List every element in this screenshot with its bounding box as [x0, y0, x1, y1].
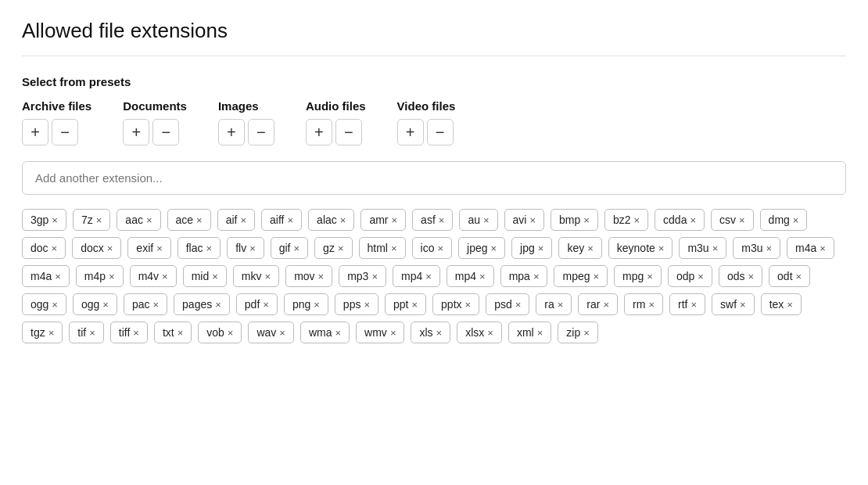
archive-add-button[interactable]: + — [22, 119, 48, 146]
tag-remove-button[interactable]: × — [465, 299, 472, 311]
tag-remove-button[interactable]: × — [425, 271, 432, 282]
audio-add-button[interactable]: + — [306, 119, 332, 146]
tag-remove-button[interactable]: × — [587, 242, 594, 254]
tag-remove-button[interactable]: × — [240, 214, 246, 226]
tag-label: 3gp — [30, 214, 48, 226]
tag-remove-button[interactable]: × — [249, 242, 256, 254]
tag-remove-button[interactable]: × — [263, 299, 269, 311]
tag-remove-button[interactable]: × — [89, 327, 95, 339]
video-add-button[interactable]: + — [397, 119, 424, 146]
tag-remove-button[interactable]: × — [766, 242, 772, 254]
tag-remove-button[interactable]: × — [633, 214, 640, 226]
tag-item: tgz× — [22, 322, 63, 343]
tag-remove-button[interactable]: × — [690, 214, 696, 226]
tag-remove-button[interactable]: × — [483, 214, 490, 226]
tag-item: au× — [459, 209, 497, 231]
tag-remove-button[interactable]: × — [698, 271, 704, 282]
tag-remove-button[interactable]: × — [491, 242, 497, 254]
documents-add-button[interactable]: + — [123, 119, 149, 146]
tag-remove-button[interactable]: × — [133, 327, 139, 339]
tag-remove-button[interactable]: × — [437, 242, 443, 254]
tag-remove-button[interactable]: × — [793, 214, 799, 226]
tag-item: rtf× — [669, 293, 705, 315]
tag-remove-button[interactable]: × — [515, 299, 522, 311]
tag-remove-button[interactable]: × — [371, 271, 378, 282]
tag-remove-button[interactable]: × — [340, 214, 346, 226]
tag-remove-button[interactable]: × — [658, 242, 665, 254]
tag-label: xlsx — [465, 326, 484, 339]
tag-remove-button[interactable]: × — [109, 271, 115, 282]
tag-remove-button[interactable]: × — [314, 299, 320, 311]
tag-item: tex× — [761, 293, 802, 315]
tag-remove-button[interactable]: × — [648, 299, 655, 311]
tag-remove-button[interactable]: × — [318, 271, 325, 282]
audio-remove-button[interactable]: − — [335, 119, 362, 146]
tag-remove-button[interactable]: × — [796, 271, 802, 282]
tag-remove-button[interactable]: × — [206, 242, 213, 254]
tag-remove-button[interactable]: × — [178, 327, 184, 339]
tag-remove-button[interactable]: × — [537, 327, 543, 339]
tag-remove-button[interactable]: × — [787, 299, 793, 311]
tag-remove-button[interactable]: × — [212, 271, 218, 282]
tag-remove-button[interactable]: × — [479, 271, 486, 282]
tag-remove-button[interactable]: × — [107, 242, 113, 254]
tag-remove-button[interactable]: × — [740, 299, 746, 311]
tag-remove-button[interactable]: × — [690, 299, 697, 311]
tag-remove-button[interactable]: × — [391, 242, 397, 254]
tag-remove-button[interactable]: × — [739, 214, 745, 226]
tag-remove-button[interactable]: × — [279, 327, 285, 339]
tag-remove-button[interactable]: × — [583, 214, 590, 226]
tag-remove-button[interactable]: × — [265, 271, 271, 282]
tag-remove-button[interactable]: × — [487, 327, 493, 339]
tag-remove-button[interactable]: × — [390, 327, 396, 339]
tag-remove-button[interactable]: × — [196, 214, 203, 226]
tag-remove-button[interactable]: × — [436, 327, 443, 339]
tag-remove-button[interactable]: × — [52, 299, 58, 311]
tag-label: alac — [317, 214, 337, 226]
tag-remove-button[interactable]: × — [335, 327, 342, 339]
tag-remove-button[interactable]: × — [533, 271, 540, 282]
tag-remove-button[interactable]: × — [338, 242, 344, 254]
tag-remove-button[interactable]: × — [52, 214, 58, 226]
images-remove-button[interactable]: − — [248, 119, 274, 146]
tag-remove-button[interactable]: × — [558, 299, 564, 311]
tag-remove-button[interactable]: × — [748, 271, 754, 282]
images-add-button[interactable]: + — [218, 119, 245, 146]
tag-remove-button[interactable]: × — [820, 242, 826, 254]
tag-remove-button[interactable]: × — [364, 299, 370, 311]
tag-label: m4a — [795, 242, 816, 254]
tag-remove-button[interactable]: × — [288, 214, 294, 226]
tag-remove-button[interactable]: × — [392, 214, 398, 226]
tag-remove-button[interactable]: × — [48, 327, 55, 339]
documents-remove-button[interactable]: − — [152, 119, 179, 146]
tag-remove-button[interactable]: × — [96, 214, 102, 226]
tag-remove-button[interactable]: × — [603, 299, 609, 311]
tag-remove-button[interactable]: × — [583, 327, 590, 339]
tag-remove-button[interactable]: × — [55, 271, 61, 282]
tag-remove-button[interactable]: × — [162, 271, 168, 282]
preset-group-label-documents: Documents — [123, 99, 187, 113]
video-remove-button[interactable]: − — [427, 119, 454, 146]
tag-remove-button[interactable]: × — [215, 299, 221, 311]
tag-remove-button[interactable]: × — [647, 271, 653, 282]
tag-item: ppt× — [385, 293, 426, 315]
tag-remove-button[interactable]: × — [146, 214, 152, 226]
tag-remove-button[interactable]: × — [228, 327, 234, 339]
tag-remove-button[interactable]: × — [439, 214, 445, 226]
tag-remove-button[interactable]: × — [102, 299, 109, 311]
tag-remove-button[interactable]: × — [411, 299, 418, 311]
add-extension-input[interactable] — [22, 161, 846, 195]
tag-remove-button[interactable]: × — [538, 242, 544, 254]
tag-remove-button[interactable]: × — [294, 242, 300, 254]
tag-remove-button[interactable]: × — [52, 242, 58, 254]
tag-remove-button[interactable]: × — [156, 242, 163, 254]
tag-item: ogg× — [73, 293, 117, 315]
preset-group-label-images: Images — [218, 99, 259, 113]
archive-remove-button[interactable]: − — [52, 119, 78, 146]
tag-remove-button[interactable]: × — [152, 299, 159, 311]
tag-label: odp — [676, 270, 694, 282]
tag-remove-button[interactable]: × — [529, 214, 536, 226]
tag-remove-button[interactable]: × — [712, 242, 719, 254]
tag-item: key× — [558, 237, 601, 259]
tag-remove-button[interactable]: × — [594, 271, 600, 282]
